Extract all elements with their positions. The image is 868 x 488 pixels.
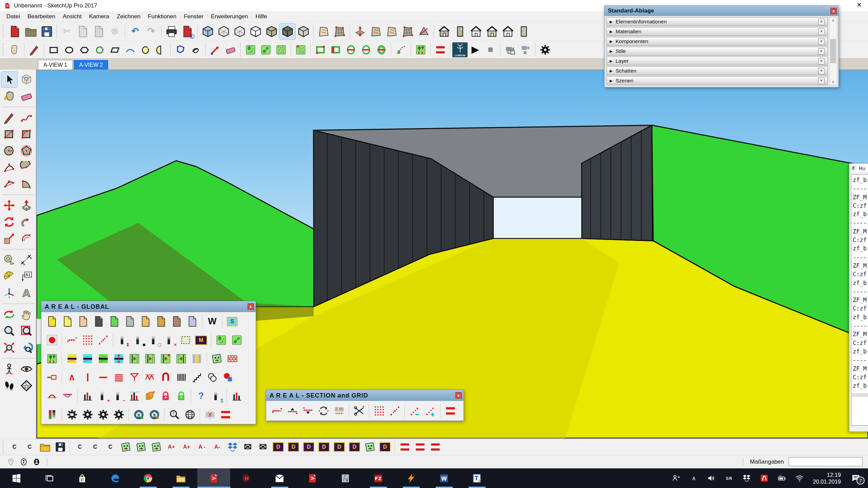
expand-arrow-icon[interactable]: ▶ <box>610 20 612 24</box>
play-animation-button[interactable]: ▶ <box>468 42 483 57</box>
sketchup-app[interactable] <box>197 468 230 488</box>
section-down-button[interactable] <box>300 403 316 418</box>
arch-profile-button[interactable] <box>158 370 173 385</box>
areal-global-title-bar[interactable]: A R E A L - GLOBAL x <box>41 301 256 312</box>
eraser-pink-button[interactable] <box>223 42 238 57</box>
rotated-rectangle-tool[interactable] <box>19 126 35 142</box>
trees-button[interactable] <box>413 42 428 57</box>
grid-plus-button[interactable] <box>422 403 438 418</box>
settings-gear-button[interactable] <box>537 42 553 57</box>
polygon-blue-button[interactable] <box>173 42 188 57</box>
house-open-button[interactable] <box>500 24 516 39</box>
section-measure-button[interactable] <box>331 403 347 418</box>
hidden-line-style-button[interactable] <box>248 24 263 39</box>
pages-p-button[interactable] <box>142 389 158 404</box>
cut-button[interactable]: ✂ <box>59 24 75 39</box>
tray-item-close-button[interactable]: × <box>818 28 825 35</box>
eraser-tool[interactable] <box>19 88 35 104</box>
tray-item-close-button[interactable]: × <box>818 19 825 25</box>
edge-pencil-button[interactable] <box>26 42 42 57</box>
funnel-profile-button[interactable] <box>126 370 142 385</box>
walk-tool[interactable] <box>1 378 17 393</box>
add-detail-button[interactable] <box>400 24 416 39</box>
save-disk-button[interactable] <box>53 440 68 454</box>
beam-profile-button[interactable] <box>95 370 111 385</box>
geolocation-icon[interactable] <box>5 456 16 467</box>
taskbar-clock[interactable]: 12:19 20.01.2019 <box>813 471 841 485</box>
section-red-lines-button[interactable] <box>218 407 233 422</box>
roof-profile-button[interactable]: ∧ <box>64 370 80 385</box>
lock-open-button[interactable] <box>173 389 189 404</box>
lumion-button[interactable]: LUMION <box>452 42 468 57</box>
house-roof-button[interactable] <box>484 24 500 39</box>
arc-under-line-button[interactable] <box>60 389 75 404</box>
curve-point-button[interactable] <box>393 42 409 57</box>
parallelogram-shape-button[interactable] <box>107 42 122 57</box>
shapes-combo-button[interactable] <box>220 370 236 385</box>
scroll-down-icon[interactable]: ∨ <box>832 80 834 84</box>
axes-tool[interactable] <box>1 285 17 301</box>
slider-x-button[interactable]: × <box>162 333 178 348</box>
face-sticker-1-button[interactable] <box>118 440 133 454</box>
expand-arrow-icon[interactable]: ▶ <box>610 79 612 83</box>
tray-item-materialien[interactable]: ▶Materialien× <box>607 27 828 36</box>
slider-plus-button[interactable]: + <box>95 389 111 404</box>
camera-green-button[interactable] <box>131 407 146 422</box>
tray-item-komponenten[interactable]: ▶Komponenten× <box>607 37 828 46</box>
menu-bearbeiten[interactable]: Bearbeiten <box>24 12 59 21</box>
refresh-2-button[interactable]: C <box>22 440 37 454</box>
d-tool-6-button[interactable]: D <box>347 440 362 454</box>
section-rotate-button[interactable] <box>316 403 331 418</box>
circle-green-shape-button[interactable] <box>92 42 107 57</box>
shaded-style-button[interactable] <box>263 24 279 39</box>
dimensions-tool[interactable] <box>19 252 35 268</box>
tape-measure-tool[interactable] <box>1 252 17 268</box>
scale-tool[interactable] <box>1 231 17 246</box>
menu-funktionen[interactable]: Funktionen <box>144 12 180 21</box>
ruby-console-title-bar[interactable]: Ru <box>849 164 868 173</box>
refresh-1-button[interactable]: C <box>7 440 22 454</box>
road-cyan-button[interactable] <box>80 351 95 366</box>
grid-diagonal-button[interactable] <box>387 403 402 418</box>
areal-section-title-bar[interactable]: A R E A L - SECTION and GRID x <box>266 390 463 401</box>
action-center-button[interactable]: 7 <box>849 472 863 484</box>
gear-g-button[interactable]: G <box>95 407 111 422</box>
paint-bucket-tool[interactable] <box>1 88 17 104</box>
drape-button[interactable] <box>384 24 400 39</box>
toolbar-grip[interactable] <box>3 43 4 57</box>
slider-minus-button[interactable]: − <box>111 389 126 404</box>
menu-hilfe[interactable]: Hilfe <box>252 12 271 21</box>
sandbox-from-contours-button[interactable] <box>316 24 332 39</box>
shaded-textures-style-button[interactable] <box>279 24 295 39</box>
rings-button[interactable] <box>204 370 220 385</box>
print-button[interactable] <box>163 24 179 39</box>
tray-expand-icon[interactable]: ∧ <box>689 473 699 483</box>
freehand-loop-button[interactable] <box>188 42 203 57</box>
hexagon-shape-button[interactable] <box>77 42 92 57</box>
copy-button[interactable] <box>75 24 91 39</box>
arc-tool[interactable] <box>1 160 17 175</box>
protractor-tool[interactable] <box>1 269 17 284</box>
vegetation-scatter-button[interactable] <box>273 42 289 57</box>
expand-arrow-icon[interactable]: ▶ <box>610 69 612 73</box>
tray-item-close-button[interactable]: × <box>818 48 825 55</box>
layer-page-peach[interactable] <box>75 314 91 329</box>
rectangle-tool[interactable] <box>1 126 17 142</box>
scroll-thumb[interactable] <box>830 39 836 63</box>
red-bars-1-button[interactable] <box>397 440 412 454</box>
rotate-tool[interactable] <box>1 214 17 230</box>
refresh-5-button[interactable]: C <box>103 440 118 454</box>
green-rect-corner-button[interactable] <box>313 42 328 57</box>
grid-points-button[interactable] <box>80 333 95 348</box>
arc-over-line-button[interactable] <box>44 389 60 404</box>
menu-kamera[interactable]: Kamera <box>85 12 113 21</box>
w-tool[interactable]: W <box>204 314 220 329</box>
tray-item-schatten[interactable]: ▶Schatten× <box>607 66 828 75</box>
d-tool-7-button[interactable]: D <box>377 440 393 454</box>
layer-page-gold[interactable] <box>153 314 169 329</box>
ellipse-yellow-shape-button[interactable] <box>138 42 153 57</box>
ellipse-shape-button[interactable] <box>61 42 77 57</box>
layer-page-orange[interactable] <box>138 314 153 329</box>
scene-copy-button[interactable] <box>502 42 518 57</box>
camera-orange-button[interactable] <box>146 407 162 422</box>
